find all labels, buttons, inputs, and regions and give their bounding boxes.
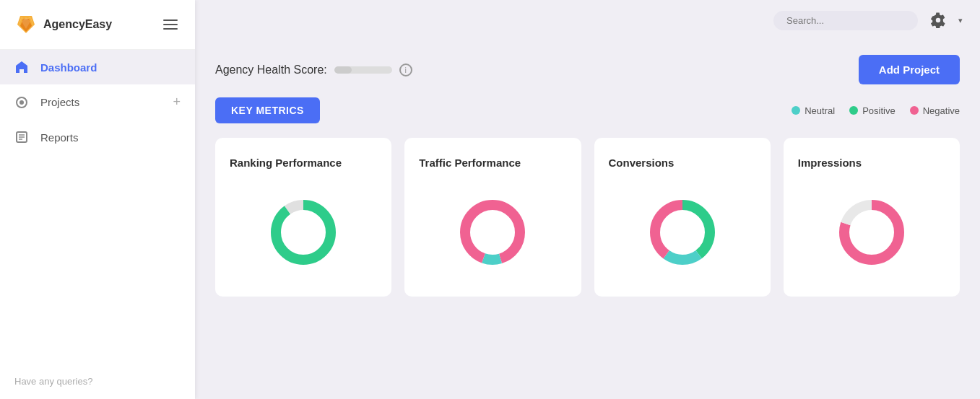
legend: Neutral Positive Negative [792, 105, 960, 116]
ranking-chart [230, 185, 377, 279]
topbar-chevron-icon[interactable]: ▾ [958, 16, 963, 25]
conversions-donut-chart [643, 193, 722, 272]
positive-dot [849, 106, 858, 115]
legend-positive: Positive [849, 105, 896, 116]
card-traffic-title: Traffic Performance [419, 155, 521, 170]
key-metrics-button[interactable]: KEY METRICS [215, 97, 320, 123]
neutral-dot [792, 106, 800, 115]
sidebar-item-reports-label: Reports [40, 131, 181, 144]
svg-point-20 [661, 211, 704, 254]
hamburger-menu[interactable] [160, 17, 181, 32]
logo: AgencyEasy [14, 13, 112, 36]
svg-point-16 [471, 211, 514, 254]
conversions-chart [609, 185, 756, 279]
sidebar-item-projects[interactable]: Projects + [0, 84, 195, 120]
sidebar-item-reports[interactable]: Reports [0, 120, 195, 154]
health-score-text: Agency Health Score: [215, 63, 327, 76]
health-score-row: Agency Health Score: i Add Project [215, 55, 960, 84]
search-input[interactable] [773, 11, 918, 30]
topbar: ▾ [195, 0, 980, 40]
logo-icon [14, 13, 38, 36]
health-bar-wrap [334, 66, 392, 74]
svg-point-23 [850, 211, 893, 254]
impressions-donut-chart [832, 193, 911, 272]
add-project-button[interactable]: Add Project [859, 55, 960, 84]
health-bar-bg [334, 66, 392, 74]
metrics-row: KEY METRICS Neutral Positive Negative [215, 97, 960, 123]
sidebar-nav: Dashboard Projects + Reports [0, 50, 195, 154]
impressions-chart [798, 185, 945, 279]
svg-point-5 [19, 100, 24, 105]
footer-text: Have any queries? [14, 376, 92, 387]
negative-label: Negative [923, 105, 960, 116]
info-icon[interactable]: i [399, 63, 412, 76]
sidebar-item-dashboard[interactable]: Dashboard [0, 50, 195, 84]
health-score-label-group: Agency Health Score: i [215, 63, 412, 76]
negative-dot [910, 106, 919, 115]
health-bar-fill [334, 66, 352, 74]
home-icon [14, 60, 29, 74]
neutral-label: Neutral [805, 105, 835, 116]
legend-negative: Negative [910, 105, 960, 116]
card-conversions-title: Conversions [609, 155, 675, 170]
svg-point-12 [282, 211, 325, 254]
traffic-donut-chart [453, 193, 532, 272]
reports-icon [14, 130, 29, 144]
sidebar-footer: Have any queries? [0, 363, 195, 399]
positive-label: Positive [862, 105, 896, 116]
dashboard-content: Agency Health Score: i Add Project KEY M… [195, 40, 980, 399]
sidebar-item-dashboard-label: Dashboard [40, 61, 181, 74]
sidebar-item-projects-label: Projects [40, 96, 161, 108]
cards-row: Ranking Performance Traffic Performance [215, 138, 960, 297]
projects-add-icon[interactable]: + [173, 95, 181, 110]
ranking-donut-chart [264, 193, 343, 272]
card-ranking-performance: Ranking Performance [215, 138, 391, 297]
card-ranking-title: Ranking Performance [230, 155, 342, 170]
card-traffic-performance: Traffic Performance [404, 138, 581, 297]
settings-gear-icon[interactable] [927, 9, 950, 32]
sidebar-header: AgencyEasy [0, 0, 195, 50]
card-impressions-title: Impressions [798, 155, 862, 170]
sidebar: AgencyEasy Dashboard Projects + Reports [0, 0, 195, 399]
card-conversions: Conversions [594, 138, 771, 297]
legend-neutral: Neutral [792, 105, 835, 116]
projects-icon [14, 95, 29, 110]
card-impressions: Impressions [784, 138, 960, 297]
main-content: ▾ Agency Health Score: i Add Project KEY… [195, 0, 980, 399]
logo-text: AgencyEasy [43, 18, 112, 31]
traffic-chart [419, 185, 566, 279]
